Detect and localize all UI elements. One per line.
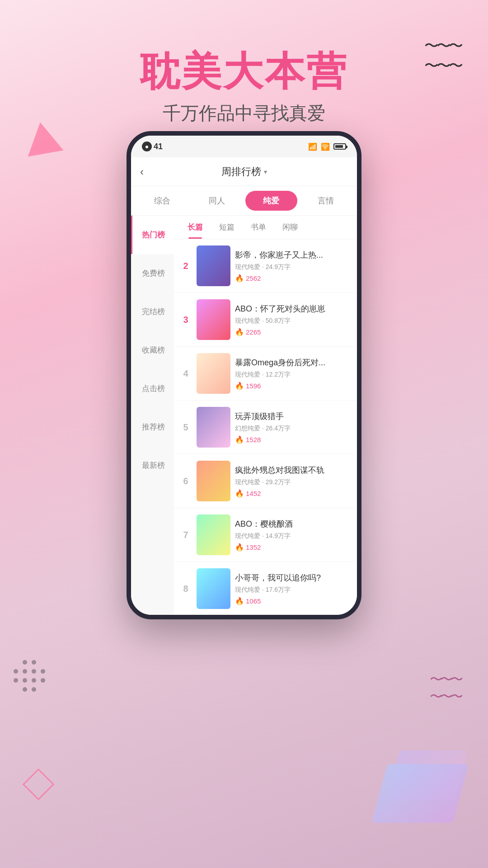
status-left: ● 41 xyxy=(142,142,163,151)
book-cover-image xyxy=(197,461,230,501)
book-cover-image xyxy=(197,353,230,394)
book-meta: 现代纯爱 · 50.8万字 xyxy=(235,317,352,325)
book-info: 小哥哥，我可以追你吗? 现代纯爱 · 17.6万字 🔥 1065 xyxy=(235,572,352,605)
book-title: ABO：怀了死对头的崽崽 xyxy=(235,303,352,314)
sidebar-item-click[interactable]: 点击榜 xyxy=(131,369,174,408)
flame-icon: 🔥 xyxy=(235,489,244,498)
header-section: 耽美大本营 千万作品中寻找真爱 xyxy=(0,50,488,126)
book-info: 暴露Omega身份后死对... 现代纯爱 · 12.2万字 🔥 1596 xyxy=(235,357,352,390)
book-rank: 8 xyxy=(179,584,192,594)
book-list-item[interactable]: 6 疯批外甥总对我图谋不轨 现代纯爱 · 29.2万字 🔥 1452 xyxy=(174,454,357,508)
heat-count: 2562 xyxy=(246,274,261,282)
book-info: 影帝，你家崽子又上热... 现代纯爱 · 24.9万字 🔥 2562 xyxy=(235,250,352,283)
category-tab-comprehensive[interactable]: 综合 xyxy=(136,191,188,211)
book-cover xyxy=(197,461,230,501)
flame-icon: 🔥 xyxy=(235,543,244,552)
book-list-item[interactable]: 2 影帝，你家崽子又上热... 现代纯爱 · 24.9万字 🔥 2562 xyxy=(174,239,357,293)
diamond-decoration xyxy=(23,769,55,801)
status-right: 📶 🛜 xyxy=(308,142,346,151)
book-meta: 现代纯爱 · 14.9万字 xyxy=(235,532,352,540)
main-content: 热门榜免费榜完结榜收藏榜点击榜推荐榜最新榜 长篇短篇书单闲聊 2 影帝，你家崽子… xyxy=(131,216,357,615)
heat-count: 1528 xyxy=(246,436,261,443)
flame-icon: 🔥 xyxy=(235,382,244,390)
book-heat: 🔥 1352 xyxy=(235,543,352,552)
sidebar: 热门榜免费榜完结榜收藏榜点击榜推荐榜最新榜 xyxy=(131,216,174,615)
sub-tab-booklist[interactable]: 书单 xyxy=(243,216,274,239)
book-cover-image xyxy=(197,514,230,555)
flame-icon: 🔥 xyxy=(235,435,244,444)
right-content: 长篇短篇书单闲聊 2 影帝，你家崽子又上热... 现代纯爱 · 24.9万字 🔥… xyxy=(174,216,357,615)
sub-tab-long[interactable]: 长篇 xyxy=(179,216,211,239)
heat-count: 1065 xyxy=(246,597,261,605)
book-cover xyxy=(197,514,230,555)
heat-count: 1596 xyxy=(246,382,261,390)
book-rank: 3 xyxy=(179,315,192,325)
book-heat: 🔥 1065 xyxy=(235,597,352,605)
sidebar-item-recommend[interactable]: 推荐榜 xyxy=(131,408,174,446)
wifi-icon: 🛜 xyxy=(321,142,330,151)
book-cover-image xyxy=(197,299,230,340)
header-title: 周排行榜 ▾ xyxy=(221,165,267,179)
book-title: 疯批外甥总对我图谋不轨 xyxy=(235,465,352,476)
book-cover xyxy=(197,407,230,448)
book-heat: 🔥 1452 xyxy=(235,489,352,498)
dots-decoration xyxy=(14,660,50,696)
book-heat: 🔥 2562 xyxy=(235,274,352,283)
category-tab-pure_love[interactable]: 纯爱 xyxy=(245,191,297,211)
book-list-item[interactable]: 4 暴露Omega身份后死对... 现代纯爱 · 12.2万字 🔥 1596 xyxy=(174,347,357,401)
sub-tabs: 长篇短篇书单闲聊 xyxy=(174,216,357,239)
sub-tab-chat[interactable]: 闲聊 xyxy=(274,216,306,239)
book-cover-image xyxy=(197,568,230,609)
sub-tab-short[interactable]: 短篇 xyxy=(211,216,243,239)
phone-mockup: ● 41 📶 🛜 ‹ 周排行榜 ▾ 综合同人纯爱言情 热门榜免费榜完结榜收藏榜点… xyxy=(127,131,361,619)
category-tab-yanqing[interactable]: 言情 xyxy=(300,191,352,211)
book-rank: 2 xyxy=(179,261,192,271)
book-list-item[interactable]: 7 ABO：樱桃酿酒 现代纯爱 · 14.9万字 🔥 1352 xyxy=(174,508,357,562)
book-meta: 现代纯爱 · 24.9万字 xyxy=(235,263,352,271)
sub-title: 千万作品中寻找真爱 xyxy=(0,101,488,126)
sidebar-item-collect[interactable]: 收藏榜 xyxy=(131,331,174,369)
book-title: 小哥哥，我可以追你吗? xyxy=(235,572,352,583)
battery-icon xyxy=(333,143,346,150)
heat-count: 2265 xyxy=(246,328,261,336)
notification-count: 41 xyxy=(154,142,163,151)
book-cover xyxy=(197,353,230,394)
book-meta: 现代纯爱 · 29.2万字 xyxy=(235,478,352,486)
status-bar: ● 41 📶 🛜 xyxy=(131,136,357,157)
book-list-item[interactable]: 5 玩弄顶级猎手 幻想纯爱 · 26.4万字 🔥 1528 xyxy=(174,401,357,454)
sidebar-item-newest[interactable]: 最新榜 xyxy=(131,446,174,485)
book-rank: 7 xyxy=(179,530,192,540)
flame-icon: 🔥 xyxy=(235,274,244,283)
sidebar-item-hot[interactable]: 热门榜 xyxy=(131,216,174,254)
back-button[interactable]: ‹ xyxy=(140,165,144,178)
category-tabs: 综合同人纯爱言情 xyxy=(131,186,357,216)
book-list: 2 影帝，你家崽子又上热... 现代纯爱 · 24.9万字 🔥 2562 3 A… xyxy=(174,239,357,615)
book-title: ABO：樱桃酿酒 xyxy=(235,519,352,529)
book-heat: 🔥 2265 xyxy=(235,328,352,336)
main-title: 耽美大本营 xyxy=(0,50,488,94)
book-title: 影帝，你家崽子又上热... xyxy=(235,250,352,260)
dropdown-arrow-icon[interactable]: ▾ xyxy=(264,168,267,175)
book-meta: 现代纯爱 · 12.2万字 xyxy=(235,371,352,379)
book-meta: 幻想纯爱 · 26.4万字 xyxy=(235,425,352,433)
book-rank: 4 xyxy=(179,368,192,379)
category-tab-doujin[interactable]: 同人 xyxy=(191,191,243,211)
book-list-item[interactable]: 3 ABO：怀了死对头的崽崽 现代纯爱 · 50.8万字 🔥 2265 xyxy=(174,293,357,347)
book-cover-image xyxy=(197,407,230,448)
book-info: 玩弄顶级猎手 幻想纯爱 · 26.4万字 🔥 1528 xyxy=(235,411,352,444)
book-cover xyxy=(197,245,230,286)
book-cover xyxy=(197,568,230,609)
book-title: 玩弄顶级猎手 xyxy=(235,411,352,422)
book-heat: 🔥 1528 xyxy=(235,435,352,444)
sidebar-item-free[interactable]: 免费榜 xyxy=(131,254,174,292)
rhombus-decoration xyxy=(371,746,474,832)
book-list-item[interactable]: 8 小哥哥，我可以追你吗? 现代纯爱 · 17.6万字 🔥 1065 xyxy=(174,562,357,615)
sidebar-item-complete[interactable]: 完结榜 xyxy=(131,292,174,331)
flame-icon: 🔥 xyxy=(235,597,244,605)
app-header: ‹ 周排行榜 ▾ xyxy=(131,157,357,186)
book-rank: 6 xyxy=(179,476,192,486)
wave-decoration-bottom: 〜〜〜〜〜〜 xyxy=(430,671,461,705)
flame-icon: 🔥 xyxy=(235,328,244,336)
book-info: ABO：樱桃酿酒 现代纯爱 · 14.9万字 🔥 1352 xyxy=(235,519,352,552)
header-title-text: 周排行榜 xyxy=(221,165,261,179)
